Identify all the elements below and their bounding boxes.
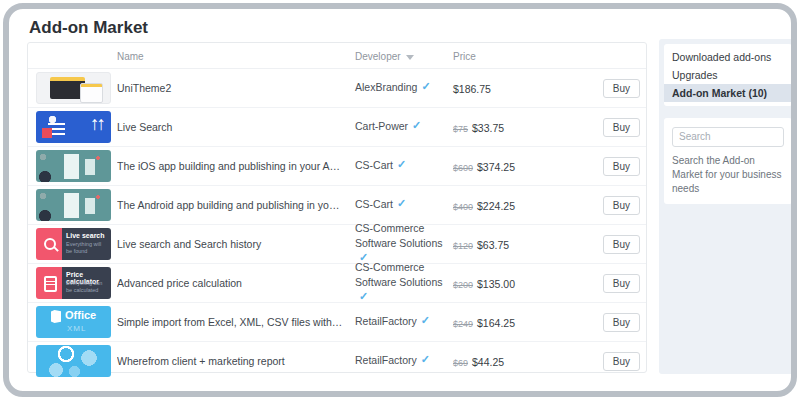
addon-developer: RetailFactory✓ xyxy=(355,353,453,369)
current-price: $33.75 xyxy=(472,122,504,134)
buy-button[interactable]: Buy xyxy=(603,274,640,293)
search-input[interactable] xyxy=(672,127,784,147)
sidebar-item-downloaded-add-ons[interactable]: Downloaded add-ons xyxy=(664,48,792,66)
addon-developer: CS-Cart✓ xyxy=(355,158,453,174)
table-row: UniTheme2 AlexBranding✓ $186.75 Buy xyxy=(28,69,646,107)
column-header-name[interactable]: Name xyxy=(117,51,144,62)
search-helper-text: Search the Add-on Market for your busine… xyxy=(672,154,784,196)
table-row: Live search Everything will be found Liv… xyxy=(28,224,646,263)
column-header-price[interactable]: Price xyxy=(453,51,476,62)
old-price: $200 xyxy=(453,280,473,290)
sort-funnel-icon[interactable] xyxy=(406,55,414,60)
table-row: Price calculator Everything can be calcu… xyxy=(28,263,646,302)
addon-developer: Cart-Power✓ xyxy=(355,119,453,135)
search-card: Search the Add-on Market for your busine… xyxy=(664,118,792,204)
thumbnail-title: Office xyxy=(65,309,96,321)
developer-name: RetailFactory xyxy=(355,354,417,366)
addon-name: The iOS app building and publishing in y… xyxy=(117,160,355,172)
table-body: UniTheme2 AlexBranding✓ $186.75 Buy Live… xyxy=(28,69,646,380)
addon-name: The Android app building and publishing … xyxy=(117,199,355,211)
buy-button[interactable]: Buy xyxy=(603,235,640,254)
addon-name: Simple import from Excel, XML, CSV files… xyxy=(117,316,355,328)
addon-developer: RetailFactory✓ xyxy=(355,314,453,330)
thumbnail-subtitle: XML xyxy=(67,324,86,333)
current-price: $186.75 xyxy=(453,83,491,95)
developer-name: CS-Cart xyxy=(355,159,393,171)
verified-check-icon: ✓ xyxy=(421,79,430,95)
addon-name: Wherefrom client + marketing report xyxy=(117,355,355,367)
column-header-developer[interactable]: Developer xyxy=(355,51,414,62)
calculator-icon xyxy=(44,276,57,292)
current-price: $44.25 xyxy=(472,356,504,368)
old-price: $75 xyxy=(453,124,468,134)
addon-thumbnail[interactable]: Office XML xyxy=(36,306,111,338)
addon-developer: CS-Commerce Software Solutions✓ xyxy=(355,260,453,306)
office-logo-icon xyxy=(51,310,61,323)
addon-thumbnail[interactable] xyxy=(36,189,111,221)
old-price: $600 xyxy=(453,163,473,173)
addon-price: $75$33.75 xyxy=(453,118,603,136)
buy-button[interactable]: Buy xyxy=(603,313,640,332)
table-row: Office XML Simple import from Excel, XML… xyxy=(28,302,646,341)
thumbnail-subtitle: Everything will be found xyxy=(66,241,108,254)
developer-name: AlexBranding xyxy=(355,81,417,93)
addon-developer: AlexBranding✓ xyxy=(355,80,453,96)
page-title: Add-on Market xyxy=(29,18,148,38)
developer-name: RetailFactory xyxy=(355,315,417,327)
buy-button[interactable]: Buy xyxy=(603,79,640,98)
verified-check-icon: ✓ xyxy=(359,250,368,266)
current-price: $135.00 xyxy=(477,278,515,290)
current-price: $224.25 xyxy=(477,200,515,212)
buy-button[interactable]: Buy xyxy=(603,118,640,137)
verified-check-icon: ✓ xyxy=(397,157,406,173)
sidebar-item-add-on-market-10[interactable]: Add-on Market (10) xyxy=(664,84,792,102)
sidebar: Downloaded add-onsUpgradesAdd-on Market … xyxy=(659,39,797,374)
addon-thumbnail[interactable] xyxy=(36,150,111,182)
window-frame: Add-on Market Name Developer Price UniTh… xyxy=(3,3,797,397)
addon-name: Advanced price calculation xyxy=(117,277,355,289)
buy-button[interactable]: Buy xyxy=(603,352,640,371)
verified-check-icon: ✓ xyxy=(359,289,368,305)
verified-check-icon: ✓ xyxy=(412,118,421,134)
addon-price: $249$164.25 xyxy=(453,313,603,331)
addon-price: $400$224.25 xyxy=(453,196,603,214)
addon-price: $69$44.25 xyxy=(453,352,603,370)
addon-thumbnail[interactable] xyxy=(36,111,111,143)
developer-name: CS-Cart xyxy=(355,198,393,210)
addon-name: UniTheme2 xyxy=(117,82,355,94)
table-row: The Android app building and publishing … xyxy=(28,185,646,224)
thumbnail-title: Live search xyxy=(66,232,105,239)
verified-check-icon: ✓ xyxy=(421,313,430,329)
current-price: $374.25 xyxy=(477,161,515,173)
addon-price: $120$63.75 xyxy=(453,235,603,253)
old-price: $69 xyxy=(453,358,468,368)
column-header-developer-label: Developer xyxy=(355,51,401,62)
addon-thumbnail[interactable] xyxy=(36,345,111,377)
table-row: Wherefrom client + marketing report Reta… xyxy=(28,341,646,380)
current-price: $63.75 xyxy=(477,239,509,251)
verified-check-icon: ✓ xyxy=(421,352,430,368)
developer-name: CS-Commerce Software Solutions xyxy=(355,222,443,249)
addons-table-card: Name Developer Price UniTheme2 AlexBrand… xyxy=(27,42,647,373)
addon-thumbnail[interactable] xyxy=(36,72,111,104)
old-price: $249 xyxy=(453,319,473,329)
table-row: Live Search Cart-Power✓ $75$33.75 Buy xyxy=(28,107,646,146)
addon-thumbnail[interactable]: Live search Everything will be found xyxy=(36,228,111,260)
sidebar-item-upgrades[interactable]: Upgrades xyxy=(664,66,792,84)
old-price: $120 xyxy=(453,241,473,251)
addon-thumbnail[interactable]: Price calculator Everything can be calcu… xyxy=(36,267,111,299)
buy-button[interactable]: Buy xyxy=(603,157,640,176)
old-price: $400 xyxy=(453,202,473,212)
current-price: $164.25 xyxy=(477,317,515,329)
addon-developer: CS-Cart✓ xyxy=(355,197,453,213)
addon-name: Live Search xyxy=(117,121,355,133)
magnifier-icon xyxy=(44,238,56,250)
addon-name: Live search and Search history xyxy=(117,238,355,250)
addon-price: $600$374.25 xyxy=(453,157,603,175)
developer-name: Cart-Power xyxy=(355,120,408,132)
addon-price: $186.75 xyxy=(453,79,603,97)
table-header: Name Developer Price xyxy=(28,43,646,69)
buy-button[interactable]: Buy xyxy=(603,196,640,215)
verified-check-icon: ✓ xyxy=(397,196,406,212)
table-row: The iOS app building and publishing in y… xyxy=(28,146,646,185)
